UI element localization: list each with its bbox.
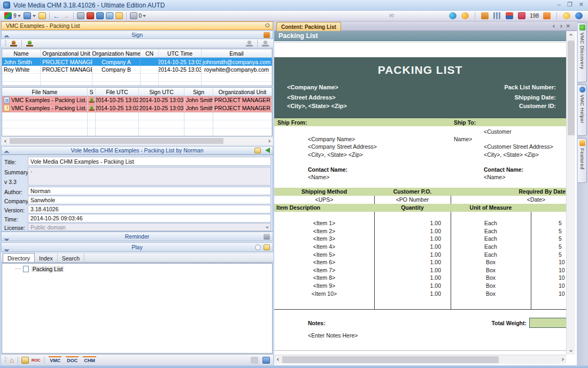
scroll-right-icon[interactable]: [558, 355, 566, 364]
version-field[interactable]: 3.18.41026: [28, 205, 271, 213]
file-row[interactable]: VMC Examples - Packing List.chm 2014-10-…: [2, 104, 272, 112]
film-dropdown-icon[interactable]: [143, 15, 146, 17]
tab-vmc-helper[interactable]: VMC Helper: [578, 85, 587, 136]
item-desc: <Item 4>: [274, 243, 374, 250]
col-org-name[interactable]: Organization Name: [92, 49, 141, 57]
title-field[interactable]: Vole Media CHM Examples - Packing List: [28, 157, 271, 166]
speaker-icon[interactable]: [265, 148, 270, 153]
col-name[interactable]: Name: [2, 49, 41, 57]
content-hscrollbar[interactable]: [274, 355, 566, 364]
hscroll-thumb[interactable]: [282, 356, 499, 363]
tab-search[interactable]: Search: [58, 254, 84, 262]
verify-stamp-icon[interactable]: [26, 41, 33, 47]
win64-icon[interactable]: [506, 12, 513, 19]
smiley-icon[interactable]: [461, 12, 469, 19]
folder-icon[interactable]: [115, 12, 123, 19]
video-icon[interactable]: [87, 12, 94, 19]
sign-stamp-icon[interactable]: [10, 41, 17, 47]
media-gallery-icon[interactable]: [96, 12, 104, 19]
tab-scroll-right-icon[interactable]: [560, 23, 562, 28]
item-desc: <Item 5>: [274, 251, 374, 258]
scroll-left-icon[interactable]: [2, 137, 10, 145]
tab-content-packing-list[interactable]: Content: Packing List: [276, 22, 341, 31]
chm-button[interactable]: CHM: [83, 356, 96, 364]
play-edit-icon[interactable]: [264, 244, 270, 250]
content-vscrollbar[interactable]: [566, 31, 575, 355]
doc-dropdown-icon[interactable]: [18, 15, 21, 17]
tab-index[interactable]: Index: [35, 254, 58, 262]
remove-sign-icon: [246, 41, 253, 47]
tab-featured[interactable]: Featured: [578, 138, 587, 183]
edit-properties-icon[interactable]: [254, 148, 261, 154]
vscroll-thumb[interactable]: [568, 41, 575, 135]
col-s[interactable]: S: [88, 88, 96, 96]
col-file-org-unit[interactable]: Organizational Unit: [213, 88, 272, 96]
grid-icon[interactable]: [543, 12, 551, 19]
runner-icon[interactable]: [481, 12, 489, 19]
scroll-down-icon[interactable]: [567, 346, 575, 355]
summary-field[interactable]: ·: [28, 167, 271, 186]
panel-header[interactable]: VMC Examples - Packing List: [1, 21, 273, 30]
doc-button[interactable]: DOC: [66, 356, 79, 364]
save-icon[interactable]: [24, 12, 31, 19]
web-doc-icon[interactable]: [106, 12, 113, 19]
col-file-utc[interactable]: File UTC: [96, 88, 139, 96]
time-field[interactable]: 2014-10-25 09:03:46: [28, 214, 271, 223]
sign-hscrollbar[interactable]: [2, 137, 273, 145]
save-as-icon[interactable]: [262, 357, 270, 364]
item-unit: Box: [451, 267, 531, 273]
clock-icon[interactable]: [563, 12, 570, 19]
film-count: 0: [139, 13, 142, 19]
minimize-button[interactable]: –: [558, 1, 561, 8]
reminder-section-header[interactable]: Reminder: [1, 232, 273, 241]
col-file-name[interactable]: File Name: [2, 88, 88, 96]
gift-icon[interactable]: [518, 12, 525, 19]
film-icon[interactable]: [130, 12, 137, 19]
build-chm-icon[interactable]: [77, 12, 84, 19]
tab-close-icon[interactable]: ✕: [566, 23, 570, 29]
signer-row[interactable]: Roy White PROJECT MANAGER Company B 2014…: [2, 66, 272, 74]
maximize-button[interactable]: ❐: [567, 1, 572, 8]
signers-table: Name Organizational Unit Organization Na…: [2, 49, 273, 86]
col-org-unit[interactable]: Organizational Unit: [41, 49, 92, 57]
edit-note-icon[interactable]: [38, 12, 46, 19]
home-icon[interactable]: ⌂: [10, 356, 14, 364]
total-weight-label: Total Weight:: [473, 320, 527, 326]
properties-section-header[interactable]: Vole Media CHM Examples - Packing List b…: [1, 146, 273, 155]
tab-directory[interactable]: Directory: [3, 253, 35, 262]
remove-all-sign-icon: [262, 41, 269, 47]
tab-scroll-left-icon[interactable]: [553, 23, 555, 28]
roc-icon[interactable]: ROC: [32, 358, 40, 363]
columns-icon[interactable]: [493, 12, 501, 19]
tab-vmc-discovery[interactable]: VMC Discovery: [578, 22, 587, 82]
back-icon[interactable]: ←: [53, 12, 60, 20]
col-cn[interactable]: CN: [141, 49, 159, 57]
save-dropdown-icon[interactable]: [33, 15, 36, 17]
col-utc[interactable]: UTC Time: [159, 49, 202, 57]
play-section-header[interactable]: Play: [1, 242, 273, 252]
mail-icon[interactable]: ✉: [389, 12, 394, 19]
author-field[interactable]: Norman: [28, 187, 271, 195]
tree-item-packing-list[interactable]: Packing List: [31, 266, 65, 272]
vmc-button[interactable]: VMC: [49, 356, 61, 364]
reminder-icon[interactable]: [264, 234, 270, 240]
close-button[interactable]: ✕: [579, 1, 584, 8]
col-email[interactable]: Email: [202, 49, 272, 57]
app-menu-icon[interactable]: [4, 12, 12, 19]
scroll-up-icon[interactable]: [567, 31, 575, 40]
file-row[interactable]: VMC Examples - Packing List.docx 2014-10…: [2, 96, 272, 104]
license-select[interactable]: Public domain: [28, 223, 271, 231]
col-sign[interactable]: Sign: [184, 88, 213, 96]
sign-section-header[interactable]: Sign: [1, 30, 273, 39]
pin-icon[interactable]: [265, 23, 270, 28]
play-icon[interactable]: [255, 244, 261, 250]
signer-row[interactable]: John Smith PROJECT MANAGER Company A 201…: [2, 58, 272, 66]
edit-doc-icon[interactable]: [21, 357, 29, 364]
info-icon[interactable]: [575, 12, 583, 19]
globe-icon[interactable]: [449, 12, 457, 19]
company-field[interactable]: Sanwhole: [28, 196, 271, 204]
col-sign-utc[interactable]: Sign UTC: [139, 88, 184, 96]
scroll-left-icon[interactable]: [274, 355, 282, 364]
scroll-right-icon[interactable]: [265, 137, 273, 145]
scroll-thumb[interactable]: [10, 138, 223, 144]
